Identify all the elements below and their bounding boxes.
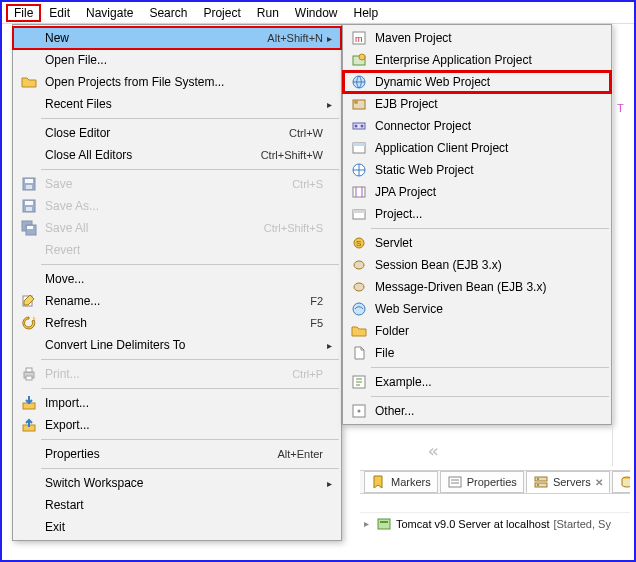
export-icon (19, 417, 39, 433)
svg-point-33 (354, 261, 364, 269)
menubar-item-help[interactable]: Help (346, 4, 387, 22)
file-menu-item[interactable]: Open Projects from File System... (13, 71, 341, 93)
menu-separator (41, 388, 339, 389)
menu-separator (371, 367, 609, 368)
props-icon (447, 474, 463, 490)
menu-item-label: Application Client Project (369, 141, 605, 155)
menubar-item-project[interactable]: Project (195, 4, 248, 22)
submenu-arrow-icon: ▸ (323, 340, 335, 351)
file-menu-item[interactable]: PropertiesAlt+Enter (13, 443, 341, 465)
new-submenu-item[interactable]: Connector Project (343, 115, 611, 137)
close-icon[interactable]: ✕ (595, 477, 603, 488)
menubar-item-edit[interactable]: Edit (41, 4, 78, 22)
svg-rect-45 (378, 519, 390, 529)
new-submenu-item[interactable]: SServlet (343, 232, 611, 254)
submenu-arrow-icon: ▸ (323, 33, 335, 44)
file-menu-item[interactable]: Move... (13, 268, 341, 290)
svg-text:S: S (356, 239, 361, 248)
refresh-icon (19, 315, 39, 331)
blank-icon (19, 52, 39, 68)
menu-item-accel: Ctrl+S (284, 178, 323, 190)
perspective-label: T (617, 102, 624, 114)
menu-item-label: Save (39, 177, 284, 191)
menu-item-accel: Ctrl+Shift+S (256, 222, 323, 234)
menu-item-label: Import... (39, 396, 323, 410)
file-menu-item: Print...Ctrl+P (13, 363, 341, 385)
new-submenu-item[interactable]: Session Bean (EJB 3.x) (343, 254, 611, 276)
svg-point-42 (537, 478, 539, 480)
jpa-icon (349, 184, 369, 200)
menu-separator (371, 228, 609, 229)
new-submenu-item[interactable]: mMaven Project (343, 27, 611, 49)
folder-icon (349, 323, 369, 339)
svg-rect-4 (25, 201, 33, 205)
tab-label: Servers (553, 476, 591, 488)
menu-item-label: Close Editor (39, 126, 281, 140)
file-menu-item[interactable]: Exit (13, 516, 341, 538)
menu-item-label: Servlet (369, 236, 605, 250)
file-menu-item[interactable]: Open File... (13, 49, 341, 71)
servers-view-row[interactable]: ▸ Tomcat v9.0 Server at localhost [Start… (360, 512, 630, 534)
servers-icon (533, 474, 549, 490)
blank-icon (19, 519, 39, 535)
new-submenu-item[interactable]: Other... (343, 400, 611, 422)
file-menu-item[interactable]: Import... (13, 392, 341, 414)
tab-d[interactable]: D (612, 471, 630, 493)
file-menu-item[interactable]: Close All EditorsCtrl+Shift+W (13, 144, 341, 166)
svg-point-43 (537, 484, 539, 486)
markers-icon (371, 474, 387, 490)
tab-markers[interactable]: Markers (364, 471, 438, 493)
new-submenu-item[interactable]: Message-Driven Bean (EJB 3.x) (343, 276, 611, 298)
tab-servers[interactable]: Servers✕ (526, 471, 610, 493)
new-submenu-item[interactable]: Enterprise Application Project (343, 49, 611, 71)
new-submenu-item[interactable]: Static Web Project (343, 159, 611, 181)
menubar-item-run[interactable]: Run (249, 4, 287, 22)
menu-item-accel: Ctrl+Shift+W (253, 149, 323, 161)
menu-item-label: Open Projects from File System... (39, 75, 323, 89)
svg-rect-2 (26, 185, 32, 189)
menubar-item-window[interactable]: Window (287, 4, 346, 22)
file-icon (349, 345, 369, 361)
file-menu-item[interactable]: Convert Line Delimiters To▸ (13, 334, 341, 356)
new-submenu: mMaven ProjectEnterprise Application Pro… (342, 24, 612, 425)
new-submenu-item[interactable]: File (343, 342, 611, 364)
file-menu-item[interactable]: NewAlt+Shift+N▸ (13, 27, 341, 49)
tab-properties[interactable]: Properties (440, 471, 524, 493)
server-icon (376, 516, 392, 532)
tree-expand-icon[interactable]: ▸ (364, 518, 376, 529)
new-submenu-item[interactable]: JPA Project (343, 181, 611, 203)
submenu-arrow-icon: ▸ (323, 478, 335, 489)
svg-rect-28 (353, 187, 365, 197)
svg-rect-46 (380, 521, 388, 523)
file-menu-item[interactable]: Export... (13, 414, 341, 436)
new-submenu-item[interactable]: Web Service (343, 298, 611, 320)
file-menu-item[interactable]: Restart (13, 494, 341, 516)
menu-item-accel: Ctrl+W (281, 127, 323, 139)
scroll-back-icon[interactable]: « (428, 440, 439, 461)
menu-item-label: Switch Workspace (39, 476, 323, 490)
new-submenu-item[interactable]: EJB Project (343, 93, 611, 115)
menubar-item-navigate[interactable]: Navigate (78, 4, 141, 22)
menu-item-label: JPA Project (369, 185, 605, 199)
new-submenu-item[interactable]: Folder (343, 320, 611, 342)
blank-icon (19, 497, 39, 513)
svg-rect-26 (353, 143, 365, 146)
import-icon (19, 395, 39, 411)
menu-item-accel: F2 (302, 295, 323, 307)
new-submenu-item[interactable]: Project... (343, 203, 611, 225)
svg-point-18 (359, 54, 365, 60)
new-submenu-item[interactable]: Dynamic Web Project (343, 71, 611, 93)
new-submenu-item[interactable]: Example... (343, 371, 611, 393)
file-menu-item[interactable]: Rename...F2 (13, 290, 341, 312)
file-menu-item[interactable]: Recent Files▸ (13, 93, 341, 115)
file-menu-item[interactable]: Switch Workspace▸ (13, 472, 341, 494)
new-submenu-item[interactable]: Application Client Project (343, 137, 611, 159)
file-menu-item[interactable]: Close EditorCtrl+W (13, 122, 341, 144)
staticweb-icon (349, 162, 369, 178)
tab-label: Markers (391, 476, 431, 488)
menubar-item-file[interactable]: File (6, 4, 41, 22)
menubar-item-search[interactable]: Search (141, 4, 195, 22)
menu-separator (41, 264, 339, 265)
ws-icon (349, 301, 369, 317)
file-menu-item[interactable]: RefreshF5 (13, 312, 341, 334)
